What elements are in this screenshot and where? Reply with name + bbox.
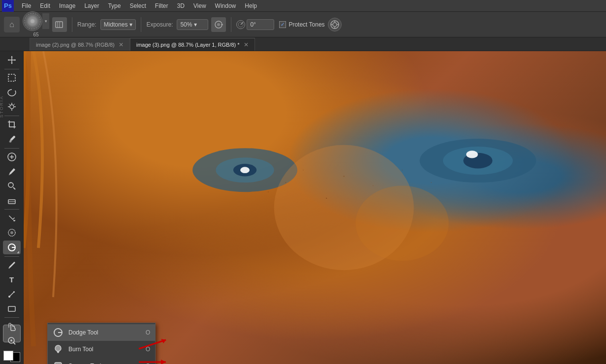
fill-btn[interactable] — [3, 212, 21, 225]
blur-btn[interactable] — [3, 226, 21, 240]
menu-type[interactable]: Type — [104, 1, 125, 10]
home-button[interactable]: ⌂ — [4, 17, 20, 32]
eyedropper-btn[interactable] — [3, 132, 21, 146]
rect-shape-icon — [7, 304, 17, 314]
portrait-overlay — [24, 51, 606, 364]
range-dropdown[interactable]: Midtones ▾ — [100, 19, 136, 30]
dodge-icon — [7, 243, 17, 252]
menu-select[interactable]: Select — [126, 1, 150, 10]
svg-point-2 — [31, 19, 34, 23]
tab-1-close[interactable]: ✕ — [244, 41, 249, 48]
svg-line-41 — [13, 342, 15, 344]
menu-window[interactable]: Window — [211, 1, 240, 10]
rect-select-btn[interactable] — [3, 71, 21, 85]
tool-mode-icon — [55, 20, 64, 30]
flyout-dodge-tool[interactable]: Dodge Tool O — [48, 324, 155, 341]
hand-btn[interactable] — [3, 320, 21, 334]
crop-icon — [7, 120, 17, 129]
rect-shape-btn[interactable] — [3, 302, 21, 316]
airbrush-button[interactable] — [211, 17, 226, 32]
crop-btn[interactable] — [3, 118, 21, 132]
burn-tool-icon — [53, 344, 64, 355]
separator-2 — [141, 17, 141, 32]
options-bar: ⌂ ▾ 65 Range: Midtones ▾ Exposure: — [0, 12, 606, 37]
angle-icon — [236, 20, 245, 29]
svg-point-59 — [326, 198, 327, 199]
target-button[interactable] — [328, 18, 342, 31]
path-select-icon — [7, 289, 17, 299]
toolbar-sep-5 — [4, 256, 19, 257]
tool-mode-button[interactable] — [52, 17, 67, 32]
lasso-btn[interactable] — [3, 86, 21, 99]
move-tool-btn[interactable] — [3, 53, 21, 67]
menu-layer[interactable]: Layer — [80, 1, 103, 10]
target-icon — [330, 20, 340, 30]
brush-preview[interactable] — [23, 11, 42, 31]
exposure-value: 50% — [180, 21, 192, 28]
separator-3 — [231, 17, 231, 32]
sponge-tool-icon — [53, 361, 64, 364]
svg-rect-26 — [9, 122, 14, 127]
path-select-btn[interactable] — [3, 287, 21, 301]
range-value: Midtones — [104, 21, 128, 28]
eraser-btn[interactable] — [3, 194, 21, 208]
separator-1 — [72, 17, 72, 32]
type-btn[interactable]: T — [3, 273, 21, 287]
menu-file[interactable]: File — [18, 1, 35, 10]
clone-btn[interactable] — [3, 179, 21, 193]
brush-dropdown-button[interactable]: ▾ — [42, 13, 49, 29]
exposure-input[interactable]: 50% ▾ — [177, 19, 208, 30]
clone-icon — [7, 181, 17, 191]
dodge-burn-btn[interactable] — [3, 241, 21, 254]
tab-1-label: image (3).png @ 88.7% (Layer 1, RGB/8) * — [136, 42, 240, 48]
ps-logo: Ps — [2, 0, 14, 12]
pen-btn[interactable] — [3, 258, 21, 272]
angle-value: 0° — [250, 21, 255, 28]
menu-view[interactable]: View — [190, 1, 210, 10]
color-picker[interactable] — [3, 351, 20, 362]
pen-icon — [7, 260, 17, 270]
protect-tones-label: Protect Tones — [288, 21, 324, 28]
eyedropper-icon — [7, 134, 17, 144]
brush-btn[interactable] — [3, 165, 21, 179]
svg-point-35 — [10, 231, 13, 234]
dodge-tool-label: Dodge Tool — [68, 329, 141, 336]
zoom-btn[interactable] — [3, 334, 21, 348]
protect-tones-section: Protect Tones — [279, 21, 324, 28]
tool-sub-indicator — [17, 251, 19, 253]
tab-0[interactable]: image (2).png @ 88.7% (RGB/8) ✕ — [30, 38, 130, 51]
tabbar: ≫ image (2).png @ 88.7% (RGB/8) ✕ image … — [0, 37, 606, 51]
toolbar-sep-3 — [4, 148, 19, 149]
portrait-image — [24, 51, 606, 364]
tab-1[interactable]: image (3).png @ 88.7% (Layer 1, RGB/8) *… — [130, 38, 255, 51]
menu-filter[interactable]: Filter — [151, 1, 172, 10]
menu-3d[interactable]: 3D — [173, 1, 188, 10]
menu-image[interactable]: Image — [55, 1, 79, 10]
angle-control: 0° — [236, 19, 274, 30]
svg-point-55 — [303, 170, 304, 171]
heal-icon — [7, 152, 17, 162]
heal-btn[interactable] — [3, 150, 21, 164]
hand-icon — [7, 322, 17, 332]
svg-point-58 — [373, 185, 373, 186]
tab-0-close[interactable]: ✕ — [119, 41, 124, 48]
svg-point-38 — [8, 296, 10, 298]
protect-tones-checkbox[interactable] — [279, 21, 286, 28]
svg-line-24 — [9, 104, 10, 105]
canvas-area: Dodge Tool O Burn Tool O — [24, 51, 606, 364]
airbrush-icon — [214, 20, 223, 30]
brush-circle-icon — [24, 12, 41, 30]
dodge-tool-icon — [53, 327, 64, 338]
menu-help[interactable]: Help — [241, 1, 261, 10]
rect-select-icon — [7, 73, 17, 83]
magic-wand-btn[interactable] — [3, 100, 21, 114]
burn-tool-shortcut: O — [146, 346, 150, 353]
menu-edit[interactable]: Edit — [36, 1, 54, 10]
angle-input[interactable]: 0° — [247, 19, 274, 30]
flyout-sponge-tool[interactable]: Sponge Tool O — [48, 358, 155, 364]
fill-icon — [7, 213, 17, 223]
svg-rect-39 — [8, 306, 15, 311]
foreground-color — [3, 351, 13, 361]
svg-point-61 — [431, 182, 432, 183]
flyout-burn-tool[interactable]: Burn Tool O — [48, 341, 155, 358]
